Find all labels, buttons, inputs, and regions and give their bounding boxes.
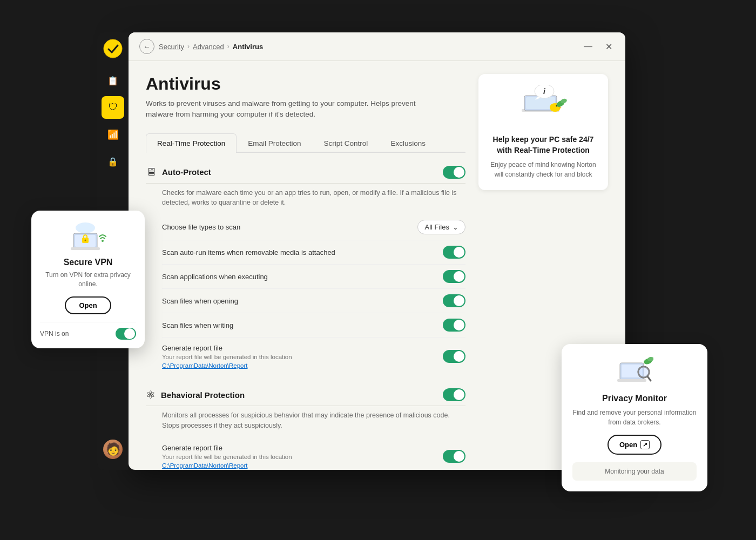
page-title: Antivirus (146, 74, 465, 94)
tabs-bar: Real-Time Protection Email Protection Sc… (146, 133, 465, 153)
title-bar: ← Security › Advanced › Antivirus — ✕ (129, 32, 625, 61)
behavioral-icon: ⚛ (146, 388, 156, 401)
vpn-status-label: VPN is on (40, 330, 69, 338)
breadcrumb: Security › Advanced › Antivirus (159, 43, 263, 51)
behavioral-toggle-wrap: ✓ (443, 388, 465, 401)
promo-realtime-desc: Enjoy peace of mind knowing Norton will … (489, 160, 597, 179)
behavioral-title-row: ⚛ Behavioral Protection (146, 388, 245, 401)
setting-toggle-0[interactable]: ✓ (443, 246, 465, 259)
behavioral-toggle-0[interactable]: ✓ (443, 450, 465, 463)
tab-realtime[interactable]: Real-Time Protection (146, 133, 237, 153)
breadcrumb-security[interactable]: Security (159, 43, 184, 51)
auto-protect-toggle-check: ✓ (458, 168, 463, 176)
auto-protect-title-row: 🖥 Auto-Protect (146, 166, 211, 178)
svg-rect-22 (617, 379, 646, 382)
file-types-label: Choose file types to scan (162, 223, 240, 231)
setting-row-3: Scan files when writing ✓ (162, 313, 465, 338)
vpn-open-button[interactable]: Open (65, 296, 111, 314)
close-button[interactable]: ✕ (603, 39, 615, 54)
privacy-icon (616, 355, 653, 387)
privacy-monitor-title: Privacy Monitor (572, 394, 697, 403)
sidebar-item-device[interactable]: 📋 (102, 69, 124, 92)
page-description: Works to prevent viruses and malware fro… (146, 98, 437, 120)
file-types-value: All Files (424, 223, 449, 231)
auto-protect-header: 🖥 Auto-Protect ✓ (146, 166, 465, 184)
dropdown-chevron-icon: ⌄ (453, 223, 458, 231)
setting-toggle-3[interactable]: ✓ (443, 319, 465, 332)
setting-sub-4: Your report file will be generated in th… (162, 354, 292, 360)
behavioral-section: ⚛ Behavioral Protection ✓ Monitors all p… (146, 388, 465, 470)
breadcrumb-advanced[interactable]: Advanced (193, 43, 224, 51)
sidebar-item-performance[interactable]: 📶 (102, 123, 124, 146)
external-link-icon: ↗ (640, 440, 650, 449)
auto-protect-section: 🖥 Auto-Protect ✓ Checks for malware each… (146, 166, 465, 376)
behavioral-desc: Monitors all processes for suspicious be… (162, 410, 465, 431)
setting-row-0: Scan auto-run items when removable media… (162, 240, 465, 265)
setting-row-2: Scan files when opening ✓ (162, 289, 465, 313)
svg-rect-15 (71, 247, 100, 250)
breadcrumb-antivirus: Antivirus (233, 43, 263, 51)
file-types-dropdown[interactable]: All Files ⌄ (417, 220, 465, 234)
tab-exclusions[interactable]: Exclusions (379, 133, 437, 153)
behavioral-row-0: Generate report file Your report file wi… (162, 437, 465, 470)
vpn-card: Secure VPN Turn on VPN for extra privacy… (31, 211, 145, 348)
setting-label-0: Scan auto-run items when removable media… (162, 248, 335, 256)
minimize-button[interactable]: — (582, 39, 595, 53)
auto-protect-toggle-wrap: ✓ (443, 166, 465, 179)
behavioral-title: Behavioral Protection (161, 390, 245, 400)
main-content: Antivirus Works to prevent viruses and m… (146, 74, 465, 457)
tab-email[interactable]: Email Protection (237, 133, 312, 153)
promo-card-image: i (516, 85, 570, 128)
user-avatar[interactable]: 🧑 (103, 440, 123, 459)
vpn-description: Turn on VPN for extra privacy online. (40, 271, 136, 289)
auto-protect-title: Auto-Protect (162, 167, 211, 177)
svg-point-0 (104, 39, 122, 58)
setting-toggle-2[interactable]: ✓ (443, 294, 465, 307)
svg-point-17 (85, 240, 86, 241)
privacy-monitoring-status: Monitoring your data (572, 462, 697, 481)
privacy-open-button[interactable]: Open ↗ (608, 435, 662, 455)
monitoring-label: Monitoring your data (605, 468, 664, 475)
setting-row-1: Scan applications when executing ✓ (162, 265, 465, 289)
main-window: ← Security › Advanced › Antivirus — ✕ An… (129, 32, 625, 470)
title-bar-left: ← Security › Advanced › Antivirus (139, 39, 263, 54)
privacy-monitor-description: Find and remove your personal informatio… (572, 408, 697, 427)
breadcrumb-sep-1: › (187, 43, 190, 50)
setting-label-1: Scan applications when executing (162, 273, 268, 281)
file-types-row: Choose file types to scan All Files ⌄ (162, 214, 465, 240)
setting-link-4[interactable]: C:\ProgramData\Norton\Report (162, 362, 248, 369)
svg-line-25 (647, 376, 651, 381)
vpn-toggle[interactable]: ✓ (116, 328, 136, 340)
setting-row-4: Generate report file Your report file wi… (162, 338, 465, 375)
promo-card-realtime: i Help keep your PC safe 24/7 with Real-… (478, 74, 608, 190)
promo-realtime-title: Help keep your PC safe 24/7 with Real-Ti… (489, 134, 597, 156)
norton-logo (103, 39, 123, 58)
privacy-monitor-card: Privacy Monitor Find and remove your per… (562, 344, 707, 491)
auto-protect-toggle[interactable]: ✓ (443, 166, 465, 179)
setting-label-3: Scan files when writing (162, 321, 233, 329)
svg-point-19 (76, 222, 95, 233)
vpn-status-row: VPN is on ✓ (40, 322, 136, 340)
vpn-title: Secure VPN (40, 258, 136, 267)
behavioral-link-0[interactable]: C:\ProgramData\Norton\Report (162, 462, 248, 469)
behavioral-settings: Generate report file Your report file wi… (146, 437, 465, 470)
sidebar-item-privacy[interactable]: 🔒 (102, 150, 124, 173)
auto-protect-settings: Choose file types to scan All Files ⌄ Sc… (146, 214, 465, 375)
setting-label-2: Scan files when opening (162, 297, 238, 305)
behavioral-label-block-0: Generate report file Your report file wi… (162, 443, 292, 470)
setting-label-block-4: Generate report file Your report file wi… (162, 343, 292, 370)
vpn-toggle-check: ✓ (130, 330, 134, 336)
behavioral-header: ⚛ Behavioral Protection ✓ (146, 388, 465, 406)
privacy-open-label: Open (619, 441, 637, 449)
back-button[interactable]: ← (139, 39, 154, 54)
setting-toggle-4[interactable]: ✓ (443, 350, 465, 363)
behavioral-toggle[interactable]: ✓ (443, 388, 465, 401)
svg-point-18 (102, 240, 104, 242)
setting-label-4: Generate report file (162, 344, 222, 352)
behavioral-label-0: Generate report file (162, 444, 222, 452)
setting-toggle-1[interactable]: ✓ (443, 270, 465, 283)
tab-script[interactable]: Script Control (313, 133, 380, 153)
auto-protect-desc: Checks for malware each time you or an a… (162, 188, 465, 208)
sidebar-item-protection[interactable]: 🛡 (102, 96, 124, 119)
content-area: Antivirus Works to prevent viruses and m… (129, 61, 625, 470)
